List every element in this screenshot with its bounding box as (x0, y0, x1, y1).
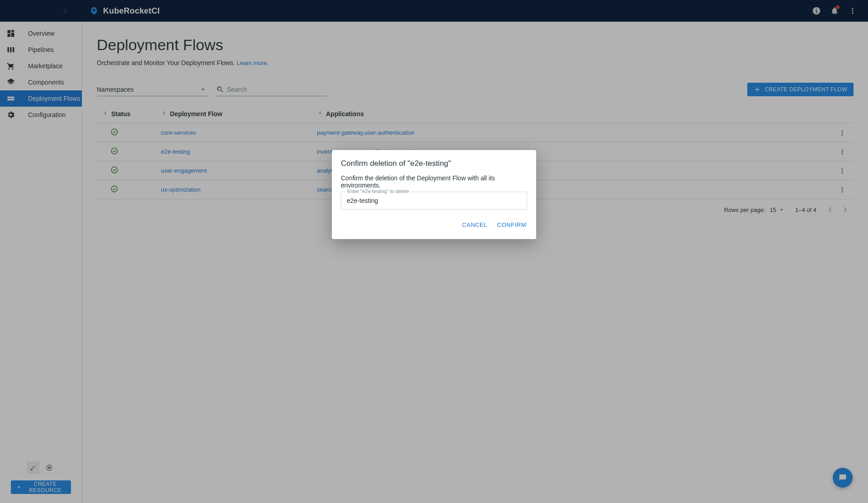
modal-actions: CANCEL CONFIRM (341, 219, 527, 231)
modal-title: Confirm deletion of "e2e-testing" (341, 159, 527, 168)
cancel-button[interactable]: CANCEL (461, 219, 488, 231)
confirm-delete-modal: Confirm deletion of "e2e-testing" Confir… (332, 150, 536, 239)
modal-overlay[interactable] (0, 0, 868, 503)
modal-confirm-input[interactable] (341, 192, 527, 210)
confirm-button[interactable]: CONFIRM (496, 219, 527, 231)
modal-confirm-field: Enter "e2e-testing" to delete (341, 192, 527, 210)
modal-field-label: Enter "e2e-testing" to delete (345, 188, 411, 194)
modal-message: Confirm the deletion of the Deployment F… (341, 174, 527, 189)
